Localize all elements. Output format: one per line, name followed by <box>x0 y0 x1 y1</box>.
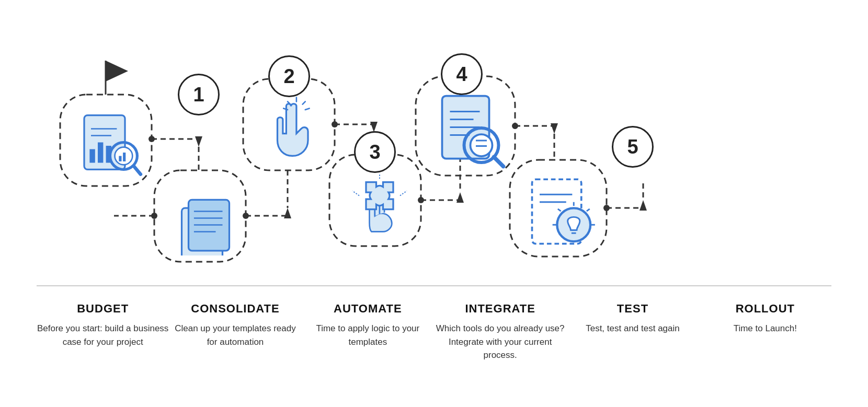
test-icon <box>430 92 509 170</box>
main-container: 1 2 <box>16 24 852 383</box>
svg-marker-22 <box>456 192 464 203</box>
svg-line-52 <box>302 101 305 104</box>
budget-icon <box>77 112 145 180</box>
step-1-number: 1 <box>193 84 204 106</box>
integrate-icon-container <box>334 160 425 251</box>
budget-title: BUDGET <box>77 302 129 316</box>
svg-line-56 <box>352 191 359 195</box>
svg-marker-27 <box>551 123 558 134</box>
svg-rect-44 <box>123 153 125 161</box>
test-desc: Test, test and test again <box>586 322 680 335</box>
step-1-circle: 1 <box>178 74 220 115</box>
automate-icon <box>260 96 328 164</box>
step-5-circle: 5 <box>612 126 654 168</box>
svg-marker-12 <box>284 208 291 218</box>
integrate-title: INTEGRATE <box>465 302 535 316</box>
svg-line-66 <box>494 157 504 167</box>
svg-rect-37 <box>89 149 95 162</box>
integrate-icon <box>346 172 414 240</box>
automate-title: AUTOMATE <box>334 302 402 316</box>
svg-line-77 <box>558 209 561 211</box>
consolidate-title: CONSOLIDATE <box>191 302 279 316</box>
flow-area: 1 2 <box>37 34 831 280</box>
automate-icon-container <box>248 84 340 176</box>
test-icon-container <box>420 82 519 181</box>
consolidate-icon-container <box>159 176 251 267</box>
budget-desc: Before you start: build a business case … <box>37 322 169 348</box>
automate-desc: Time to apply logic to your templates <box>302 322 434 348</box>
test-label-col: TEST Test, test and test again <box>566 302 699 362</box>
rollout-icon-container <box>514 165 611 262</box>
consolidate-icon <box>172 188 239 255</box>
svg-rect-43 <box>119 156 121 161</box>
rollout-label-col: ROLLOUT Time to Launch! <box>699 302 831 362</box>
svg-line-76 <box>587 209 590 211</box>
svg-marker-32 <box>639 200 647 211</box>
automate-label-col: AUTOMATE Time to apply logic to your tem… <box>302 302 434 362</box>
rollout-desc: Time to Launch! <box>734 322 797 335</box>
svg-marker-5 <box>195 136 202 147</box>
integrate-desc: Which tools do you already use? Integrat… <box>434 322 566 362</box>
svg-marker-17 <box>370 122 378 132</box>
integrate-label-col: INTEGRATE Which tools do you already use… <box>434 302 566 362</box>
budget-icon-container <box>65 100 157 191</box>
labels-row: BUDGET Before you start: build a busines… <box>37 285 831 362</box>
budget-label-col: BUDGET Before you start: build a busines… <box>37 302 169 362</box>
svg-marker-2 <box>106 61 128 82</box>
step-5-number: 5 <box>627 136 638 158</box>
svg-line-53 <box>305 108 309 110</box>
rollout-icon <box>524 176 600 251</box>
svg-rect-38 <box>98 142 103 162</box>
svg-line-57 <box>400 191 407 195</box>
consolidate-label-col: CONSOLIDATE Clean up your templates read… <box>169 302 301 362</box>
test-title: TEST <box>617 302 648 316</box>
consolidate-desc: Clean up your templates ready for automa… <box>169 322 301 348</box>
svg-line-42 <box>133 166 140 175</box>
rollout-title: ROLLOUT <box>736 302 795 316</box>
